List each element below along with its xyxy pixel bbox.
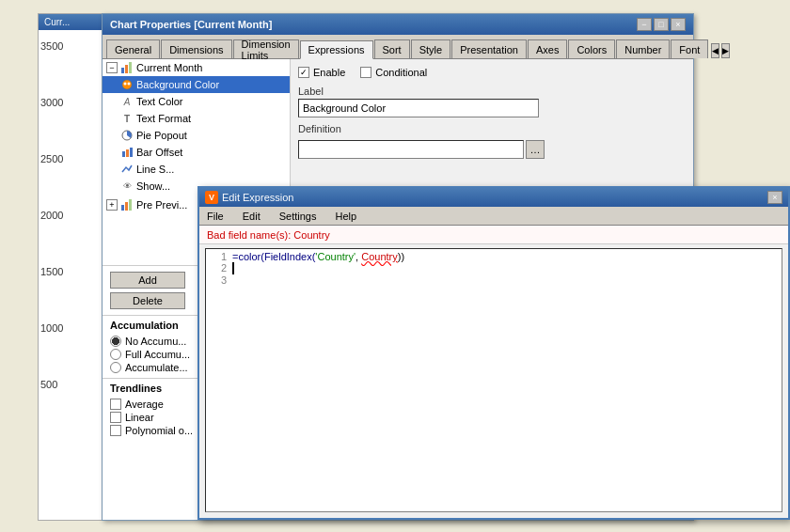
- code-line-1: 1 =color(FieldIndex('Country', Country)): [208, 251, 780, 262]
- dialog-title-bar: V Edit Expression ×: [199, 188, 788, 207]
- tab-expressions[interactable]: Expressions: [300, 40, 373, 59]
- text-format-icon: T: [119, 111, 134, 126]
- chk-polynomial-label: Polynomial o...: [125, 425, 193, 436]
- tab-nav-left[interactable]: ◀: [711, 43, 719, 58]
- tree-expand-icon[interactable]: +: [106, 199, 118, 211]
- conditional-label: Conditional: [375, 67, 427, 78]
- radio-no-accum-btn[interactable]: [110, 336, 121, 347]
- menu-settings[interactable]: Settings: [276, 210, 321, 223]
- chk-linear-label: Linear: [125, 412, 154, 423]
- show-icon: 👁: [119, 179, 134, 194]
- label-input[interactable]: [298, 99, 539, 117]
- chk-polynomial-box[interactable]: [110, 425, 121, 436]
- dialog-menu-bar: File Edit Settings Help: [199, 207, 788, 226]
- tree-item-line-s-label: Line S...: [136, 164, 174, 175]
- tree-item-bar-offset-label: Bar Offset: [136, 147, 182, 158]
- tree-root[interactable]: − Current Month: [103, 59, 290, 76]
- chk-linear-box[interactable]: [110, 412, 121, 423]
- svg-rect-7: [122, 151, 125, 157]
- code-content-1: =color(FieldIndex('Country', Country)): [232, 251, 404, 262]
- tree-item-text-color[interactable]: A Text Color: [103, 93, 290, 110]
- conditional-check[interactable]: Conditional: [360, 67, 427, 78]
- tree-item-show-label: Show...: [136, 180, 170, 192]
- line-num-3: 3: [208, 274, 227, 286]
- tree-item-bg-color-label: Background Color: [136, 79, 219, 90]
- menu-help[interactable]: Help: [331, 210, 360, 223]
- tree-item-line-s[interactable]: Line S...: [103, 161, 290, 178]
- delete-button[interactable]: Delete: [110, 292, 185, 309]
- chart-icon: [119, 60, 134, 75]
- dialog-close-button[interactable]: ×: [767, 191, 782, 204]
- tab-general[interactable]: General: [106, 39, 160, 58]
- bar-offset-icon: [119, 145, 134, 160]
- svg-rect-1: [125, 65, 128, 73]
- definition-row: …: [298, 140, 686, 159]
- dialog-title-text: Edit Expression: [222, 192, 293, 203]
- add-button[interactable]: Add: [110, 272, 185, 289]
- window-title: Chart Properties [Current Month]: [110, 19, 272, 30]
- conditional-checkbox[interactable]: [360, 67, 371, 78]
- code-editor[interactable]: 1 =color(FieldIndex('Country', Country))…: [205, 248, 782, 512]
- enable-row: ✓ Enable Conditional: [298, 67, 686, 78]
- enable-check[interactable]: ✓ Enable: [298, 67, 345, 78]
- definition-expand-button[interactable]: …: [526, 140, 545, 159]
- close-button[interactable]: ×: [671, 18, 686, 31]
- tab-axes[interactable]: Axes: [528, 39, 567, 58]
- tree-item-pre-preview-label: Pre Previ...: [136, 199, 187, 211]
- line-num-2: 2: [208, 262, 227, 274]
- radio-full-accum-label: Full Accumu...: [125, 349, 190, 360]
- tab-sort[interactable]: Sort: [374, 39, 410, 58]
- dialog-icon: V: [205, 191, 218, 204]
- tab-number[interactable]: Number: [616, 39, 670, 58]
- title-bar: Chart Properties [Current Month] − □ ×: [103, 14, 693, 35]
- enable-checkbox[interactable]: ✓: [298, 67, 309, 78]
- tab-colors[interactable]: Colors: [568, 39, 615, 58]
- radio-accumulate-label: Accumulate...: [125, 362, 188, 373]
- svg-rect-12: [129, 199, 132, 211]
- tree-item-pie-popout[interactable]: Pie Popout: [103, 127, 290, 144]
- tree-root-label: Current Month: [136, 62, 202, 73]
- tab-nav-right[interactable]: ▶: [721, 43, 730, 58]
- tab-presentation[interactable]: Presentation: [451, 39, 527, 58]
- code-content-2: [232, 262, 234, 274]
- error-bar: Bad field name(s): Country: [199, 226, 788, 244]
- radio-no-accum-label: No Accumu...: [125, 336, 186, 347]
- pre-preview-icon: [119, 197, 134, 212]
- code-line-2: 2: [208, 262, 780, 274]
- menu-edit[interactable]: Edit: [239, 210, 264, 223]
- tree-collapse-icon[interactable]: −: [106, 62, 118, 73]
- tab-font[interactable]: Font: [671, 39, 708, 58]
- minimize-button[interactable]: −: [637, 18, 652, 31]
- svg-rect-0: [121, 68, 124, 73]
- svg-point-3: [122, 80, 132, 89]
- svg-rect-2: [129, 62, 132, 73]
- chart-y-labels: 3500 3000 2500 2000 1500 1000 500: [40, 40, 63, 390]
- label-section-title: Label: [298, 86, 686, 97]
- dialog-controls: ×: [767, 191, 782, 204]
- tab-dimensions[interactable]: Dimensions: [161, 39, 231, 58]
- radio-accumulate-btn[interactable]: [110, 362, 121, 373]
- svg-point-4: [124, 83, 127, 86]
- pie-popout-icon: [119, 128, 134, 143]
- menu-file[interactable]: File: [203, 210, 228, 223]
- definition-input[interactable]: [298, 140, 524, 159]
- text-color-icon: A: [119, 94, 134, 109]
- code-line-3: 3: [208, 274, 780, 286]
- tab-dimension-limits[interactable]: Dimension Limits: [233, 39, 299, 58]
- definition-section-title: Definition: [298, 123, 686, 134]
- tree-item-bar-offset[interactable]: Bar Offset: [103, 144, 290, 161]
- window-controls: − □ ×: [637, 18, 686, 31]
- edit-expression-dialog: V Edit Expression × File Edit Settings H…: [198, 186, 790, 520]
- maximize-button[interactable]: □: [654, 18, 669, 31]
- svg-rect-8: [126, 149, 129, 157]
- tab-bar: General Dimensions Dimension Limits Expr…: [103, 35, 693, 59]
- chk-average-label: Average: [125, 399, 164, 410]
- enable-label: Enable: [313, 67, 345, 78]
- tree-item-bg-color[interactable]: Background Color: [103, 76, 290, 93]
- svg-rect-11: [125, 202, 128, 211]
- tree-item-text-color-label: Text Color: [136, 96, 183, 107]
- radio-full-accum-btn[interactable]: [110, 349, 121, 360]
- chk-average-box[interactable]: [110, 399, 121, 410]
- tab-style[interactable]: Style: [411, 39, 450, 58]
- tree-item-text-format[interactable]: T Text Format: [103, 110, 290, 127]
